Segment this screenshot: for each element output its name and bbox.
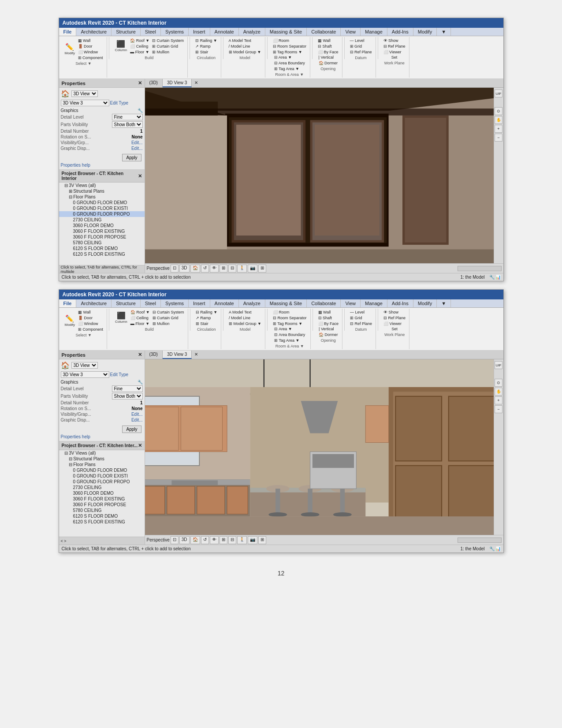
- tree-structural-b[interactable]: ⊟ Structural Plans: [59, 456, 145, 462]
- tab-steel[interactable]: Steel: [141, 28, 161, 36]
- edit-type-link-b[interactable]: Edit Type: [110, 372, 129, 377]
- tree-floor-plans[interactable]: ⊟ Floor Plans: [59, 194, 145, 200]
- roof-button-b[interactable]: 🏠 Roof ▼: [130, 310, 151, 315]
- orbit-btn-bottom[interactable]: ⊙: [495, 379, 502, 387]
- tab-modify[interactable]: Modify: [413, 28, 437, 36]
- tab-structure-b[interactable]: Structure: [112, 299, 141, 307]
- wall-button[interactable]: ▦ Wall: [77, 38, 104, 43]
- tree-b-item-7[interactable]: 5780 CEILING: [59, 508, 145, 513]
- tab-collaborate[interactable]: Collaborate: [307, 28, 341, 36]
- opening-wall-button[interactable]: ▦ Wall: [317, 38, 339, 43]
- curtain-grid-button[interactable]: ⊞ Curtain Grid: [151, 44, 185, 49]
- tree-views-all-b[interactable]: ⊟ 3V Views (all): [59, 450, 145, 456]
- tab-architecture[interactable]: Architecture: [76, 28, 112, 36]
- component-button[interactable]: ⊞ Component: [77, 55, 104, 60]
- area-button[interactable]: ⊟ Area ▼: [273, 55, 306, 60]
- model-line-b[interactable]: / Model Line: [228, 315, 262, 321]
- zoom-out-btn-bottom[interactable]: −: [495, 405, 502, 413]
- nav-models[interactable]: ⊞: [258, 265, 266, 273]
- tab-insert-b[interactable]: Insert: [189, 299, 210, 307]
- tab-architecture-b[interactable]: Architecture: [76, 299, 112, 307]
- nav-camera[interactable]: 📷: [248, 265, 257, 273]
- room-sep-b[interactable]: ⊟ Room Separator: [272, 315, 308, 321]
- tab-annotate[interactable]: Annotate: [210, 28, 239, 36]
- zoom-out-btn-top[interactable]: −: [495, 134, 502, 142]
- tree-item-3[interactable]: 2730 CEILING: [59, 217, 145, 223]
- edit-type-link[interactable]: Edit Type: [110, 101, 129, 105]
- visibility-edit[interactable]: Edit...: [131, 140, 143, 145]
- tag-rooms-b[interactable]: ⊞ Tag Rooms ▼: [272, 321, 308, 326]
- show-b[interactable]: 👁 Show: [383, 310, 406, 315]
- tree-b-item-0[interactable]: 0 GROUND FLOOR DEMO: [59, 467, 145, 473]
- tab-modify-b[interactable]: Modify: [413, 299, 437, 307]
- wall-button-b[interactable]: ▦ Wall: [77, 310, 104, 315]
- model-text-button[interactable]: A Model Text: [228, 38, 262, 43]
- dormer-button[interactable]: 🏠 Dormer: [318, 60, 339, 66]
- nav-3d[interactable]: 3D: [179, 265, 190, 273]
- ref-plane2-button[interactable]: ⊟ Ref Plane: [383, 44, 406, 49]
- vis-edit-b[interactable]: Edit...: [131, 412, 143, 417]
- modify-button-b[interactable]: ✏️ Modify: [63, 314, 77, 328]
- tree-b-item-9[interactable]: 6120 S FLOOR EXISTING: [59, 519, 145, 525]
- nav-zoom-r[interactable]: ⊞: [220, 265, 227, 273]
- model-group-button[interactable]: ⊞ Model Group ▼: [228, 49, 262, 55]
- view-tab-3d-b[interactable]: (3D): [145, 351, 163, 359]
- nav-houses[interactable]: 🏠: [190, 265, 200, 273]
- nav-3d-b[interactable]: 3D: [179, 536, 190, 544]
- zoom-btn-top[interactable]: UIF: [495, 90, 502, 97]
- tree-b-item-1[interactable]: 0 GROUND FLOOR EXISTI: [59, 473, 145, 479]
- tab-analyze-b[interactable]: Analyze: [239, 299, 265, 307]
- properties-close-bottom[interactable]: ✕: [138, 352, 142, 358]
- model-text-b[interactable]: A Model Text: [228, 310, 262, 315]
- stair-button[interactable]: ⊞ Stair: [194, 49, 218, 55]
- floor-button[interactable]: ▬ Floor ▼: [129, 49, 150, 55]
- slider-bar-b[interactable]: [458, 538, 502, 543]
- nav-houses-b[interactable]: 🏠: [190, 536, 200, 544]
- column-button-b[interactable]: ⬛ Column: [114, 311, 129, 325]
- tree-item-1[interactable]: 0 GROUND FLOOR EXISTI: [59, 205, 145, 211]
- tree-b-item-4[interactable]: 3060 FLOOR DEMO: [59, 490, 145, 496]
- set-button[interactable]: Set: [391, 55, 398, 60]
- nav-view-cube[interactable]: ⊡: [171, 265, 179, 273]
- tree-item-7[interactable]: 5780 CEILING: [59, 240, 145, 246]
- nav-walkthrough-b[interactable]: 🚶: [237, 536, 247, 544]
- tab-view-b[interactable]: View: [341, 299, 361, 307]
- ref-plane2-b[interactable]: ⊟ Ref Plane: [383, 315, 406, 321]
- tab-massing[interactable]: Massing & Site: [265, 28, 307, 36]
- view-tab-3dview3-b[interactable]: 3D View 3: [163, 351, 192, 359]
- view-name-select[interactable]: 3D View 3: [61, 100, 109, 106]
- railing-button[interactable]: ⊟ Railing ▼: [194, 38, 218, 43]
- dormer-b[interactable]: 🏠 Dormer: [318, 332, 339, 337]
- nav-orbit-b[interactable]: ↺: [201, 536, 209, 544]
- roof-button[interactable]: 🏠 Roof ▼: [129, 38, 150, 43]
- zoom-in-btn-top[interactable]: +: [495, 125, 502, 133]
- detail-level-select[interactable]: Fine: [112, 114, 143, 120]
- nav-zoom-e[interactable]: ⊟: [228, 265, 236, 273]
- tab-systems-b[interactable]: Systems: [161, 299, 189, 307]
- modify-button[interactable]: ✏️ Modify: [63, 43, 77, 56]
- tab-arrow[interactable]: ▼: [437, 28, 451, 36]
- viewer-b[interactable]: ⬜ Viewer: [383, 321, 406, 326]
- ref-plane-button[interactable]: ⊟ Ref Plane: [349, 49, 373, 55]
- tab-manage-b[interactable]: Manage: [361, 299, 387, 307]
- nav-models-b[interactable]: ⊞: [258, 536, 266, 544]
- graphic-display-edit[interactable]: Edit...: [131, 146, 143, 151]
- stair-b[interactable]: ⊞ Stair: [195, 321, 218, 326]
- tree-b-item-3[interactable]: 2730 CEILING: [59, 485, 145, 490]
- tab-addins[interactable]: Add-Ins: [387, 28, 413, 36]
- graphic-disp-edit-b[interactable]: Edit...: [131, 418, 143, 422]
- open-wall-b[interactable]: ▦ Wall: [317, 310, 340, 315]
- vertical-button[interactable]: | Vertical: [318, 55, 339, 60]
- door-button-b[interactable]: 🚪 Door: [77, 315, 104, 321]
- tab-view[interactable]: View: [341, 28, 361, 36]
- by-face-button[interactable]: ⬜ By Face: [317, 49, 339, 55]
- curtain-system-b[interactable]: ⊟ Curtain System: [152, 310, 185, 315]
- tree-item-6[interactable]: 3060 F FLOOR PROPOSE: [59, 234, 145, 240]
- pan-btn-top[interactable]: ✋: [495, 116, 502, 124]
- area-boundary-button[interactable]: ⊟ Area Boundary: [273, 60, 306, 66]
- ramp-button[interactable]: ↗ Ramp: [194, 44, 218, 49]
- tab-structure[interactable]: Structure: [112, 28, 141, 36]
- window-button[interactable]: ⬜ Window: [77, 49, 104, 55]
- mullion-button[interactable]: ⊞ Mullion: [151, 49, 185, 55]
- tab-addins-b[interactable]: Add-Ins: [387, 299, 413, 307]
